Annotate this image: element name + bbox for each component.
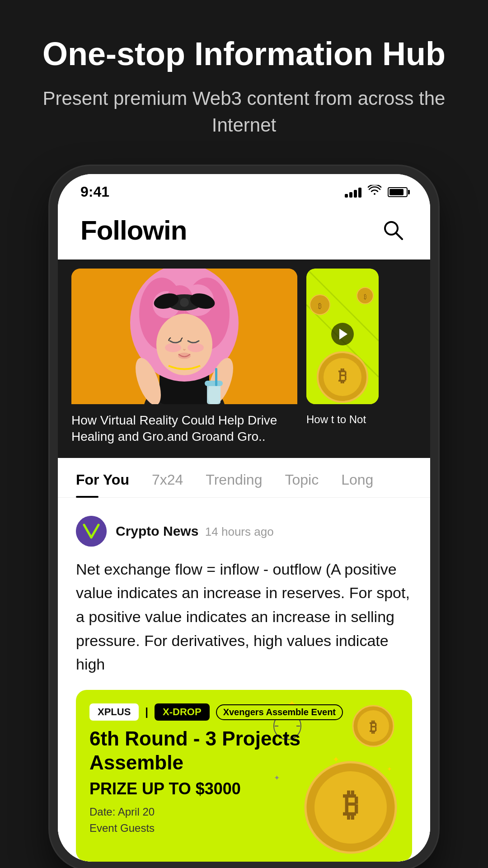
search-button[interactable] — [379, 216, 408, 245]
tabs-bar: For You 7x24 Trending Topic Long — [58, 458, 430, 498]
cards-row: How Virtual Reality Could Help Drive Hea… — [58, 269, 430, 449]
card-main-image — [71, 269, 297, 404]
promo-card[interactable]: XPLUS | X-DROP Xvengers Assemble Event 6… — [76, 690, 412, 862]
svg-point-25 — [178, 353, 191, 359]
event-badge: Xvengers Assemble Event — [216, 704, 343, 720]
svg-point-18 — [165, 343, 181, 352]
svg-point-17 — [156, 314, 212, 375]
promo-guests: Event Guests — [89, 822, 399, 835]
card-main[interactable]: How Virtual Reality Could Help Drive Hea… — [71, 269, 297, 449]
feed-text: Net exchange flow = inflow - outflow (A … — [76, 557, 412, 676]
card-secondary[interactable]: ₿ ₿ ₿ How t to Not — [306, 269, 379, 449]
svg-point-36 — [76, 516, 107, 547]
avatar — [76, 516, 107, 547]
feed-source: Crypto News 14 hours ago — [76, 516, 412, 547]
card-secondary-image: ₿ ₿ ₿ — [306, 269, 379, 404]
cards-section: How Virtual Reality Could Help Drive Hea… — [58, 259, 430, 458]
status-icons — [345, 185, 408, 199]
hero-subtitle: Present premium Web3 content from across… — [36, 85, 452, 139]
signal-icon — [345, 187, 361, 198]
phone-frame: 9:41 — [50, 166, 438, 868]
status-time: 9:41 — [80, 184, 109, 200]
source-time: 14 hours ago — [205, 525, 274, 538]
tab-long[interactable]: Long — [341, 472, 373, 497]
card-main-caption: How Virtual Reality Could Help Drive Hea… — [71, 404, 297, 449]
svg-text:₿: ₿ — [338, 367, 347, 385]
hero-section: One-stop Information Hub Present premium… — [0, 0, 488, 166]
app-logo: Followin — [80, 215, 187, 246]
tab-trending[interactable]: Trending — [206, 472, 262, 497]
promo-title-line1: 6th Round - 3 Projects Assemble — [89, 727, 399, 775]
play-icon — [331, 323, 354, 345]
tab-topic[interactable]: Topic — [285, 472, 319, 497]
xplus-badge: XPLUS — [89, 703, 139, 721]
tab-for-you[interactable]: For You — [76, 472, 129, 497]
svg-rect-22 — [207, 384, 221, 404]
tab-7x24[interactable]: 7x24 — [152, 472, 183, 497]
wifi-icon — [368, 185, 381, 199]
svg-text:₿: ₿ — [364, 293, 367, 300]
svg-rect-23 — [205, 381, 223, 386]
app-header: Followin — [58, 206, 430, 259]
xdrop-badge: X-DROP — [155, 703, 210, 721]
hero-title: One-stop Information Hub — [36, 36, 452, 72]
separator: | — [145, 706, 148, 718]
svg-rect-24 — [215, 368, 217, 386]
promo-inner: XPLUS | X-DROP Xvengers Assemble Event 6… — [76, 690, 412, 848]
svg-point-16 — [180, 298, 189, 307]
phone-inner: 9:41 — [58, 174, 430, 862]
content-area: For You 7x24 Trending Topic Long — [58, 458, 430, 862]
page-background: One-stop Information Hub Present premium… — [0, 0, 488, 868]
battery-icon — [388, 187, 408, 197]
card-secondary-caption: How t to Not — [306, 404, 379, 430]
phone-mockup: 9:41 — [50, 166, 438, 868]
promo-title-line2: PRIZE UP TO $3000 — [89, 779, 399, 798]
source-name: Crypto News — [116, 524, 198, 538]
svg-line-1 — [396, 233, 402, 239]
promo-badges: XPLUS | X-DROP Xvengers Assemble Event — [89, 703, 399, 721]
promo-date: Date: April 20 — [89, 806, 399, 818]
svg-point-19 — [188, 343, 204, 352]
svg-text:₿: ₿ — [318, 302, 322, 310]
feed-item: Crypto News 14 hours ago Net exchange fl… — [58, 498, 430, 862]
status-bar: 9:41 — [58, 174, 430, 206]
source-info: Crypto News 14 hours ago — [116, 524, 274, 539]
